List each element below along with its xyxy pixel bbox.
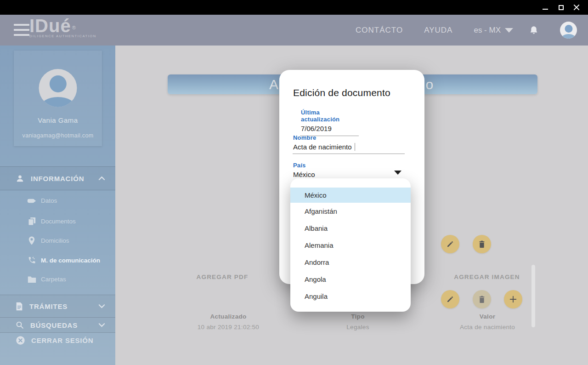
logout-label: CERRAR SESIÓN [31,336,93,344]
pencil-icon [446,240,454,248]
sidebar-section-busquedas[interactable]: BÚSQUEDAS [0,317,115,333]
field-label: País [293,162,408,169]
scrollbar-thumb[interactable] [531,265,535,327]
language-value: es - MX [474,26,501,35]
add-image-button[interactable]: AGREGAR IMAGEN [441,274,533,280]
field-label: Última actualización [301,109,352,123]
sidebar-item-carpetas[interactable]: Carpetas [27,276,66,283]
chevron-up-icon [98,176,105,181]
person-icon [16,174,24,183]
minimize-icon [543,9,548,10]
search-icon [16,321,24,329]
add-pdf-button[interactable]: AGREGAR PDF [176,274,268,280]
app-window: IDué® DILIGENCE AUTHENTICATION CONTÁCTO … [0,0,588,365]
sidebar-item-domicilios[interactable]: Domicilios [27,236,69,245]
user-avatar[interactable] [560,22,577,39]
trash-icon [478,295,486,303]
sidebar-item-documentos[interactable]: Documentos [27,217,76,226]
close-button[interactable] [569,0,584,15]
app-header: IDué® DILIGENCE AUTHENTICATION CONTÁCTO … [0,15,588,46]
nav-contacto[interactable]: CONTÁCTO [356,26,403,35]
pencil-icon [446,295,454,303]
sidebar-section-label: BÚSQUEDAS [30,321,78,329]
country-option[interactable]: Albania [290,220,411,237]
country-option[interactable]: Anguila [290,288,411,305]
profile-avatar [39,69,77,107]
profile-name: Vania Gama [14,116,102,124]
field-label: Nombre [293,134,405,141]
edit-button[interactable] [441,290,459,308]
maximize-icon [559,5,564,10]
folder-icon [27,276,37,283]
name-input[interactable]: Acta de nacimiento [293,143,405,151]
location-pin-icon [27,236,37,245]
date-input[interactable]: 7/06/2019 [301,125,352,132]
modal-title: Edición de documento [293,87,390,98]
sidebar-section-label: TRÁMITES [29,302,68,310]
sidebar-section-label: INFORMACIÓN [31,175,84,182]
minimize-button[interactable] [537,0,553,15]
phone-icon [27,256,37,264]
documents-icon [27,217,37,226]
meta-actualizado: Actualizado 10 abr 2019 21:02:50 [173,313,283,331]
maximize-button[interactable] [553,0,569,15]
country-option[interactable]: Alemania [290,237,411,254]
id-card-icon [27,198,37,204]
sidebar-section-informacion[interactable]: INFORMACIÓN [0,166,115,190]
trash-icon [478,240,486,248]
country-option-selected[interactable]: México [290,188,411,203]
field-ultima-actualizacion: Última actualización 7/06/2019 [293,109,352,136]
registered-mark: ® [72,25,76,30]
chevron-down-icon [505,28,513,33]
bell-icon [529,25,539,36]
country-select[interactable]: México [293,171,408,178]
chevron-down-icon [98,323,105,327]
field-nombre: Nombre Acta de nacimiento [293,134,405,154]
x-circle-icon [16,336,25,345]
close-icon [573,4,580,11]
logo-tagline: DILIGENCE AUTHENTICATION [29,34,96,38]
logo-text: IDué [29,16,71,36]
sidebar: Vania Gama vaniagamag@hotmail.com INFORM… [0,46,115,365]
logout-button[interactable]: CERRAR SESIÓN [16,336,93,345]
meta-valor: Valor Acta de nacimiento [432,313,543,331]
sidebar-item-comunicacion[interactable]: M. de comunicación [27,256,100,264]
edit-button[interactable] [441,235,459,253]
sidebar-section-tramites[interactable]: TRÁMITES [0,295,115,317]
country-option[interactable]: Andorra [290,254,411,271]
select-caret-icon[interactable] [394,171,401,175]
sidebar-item-datos[interactable]: Datos [27,197,57,204]
country-dropdown: México Afganistán Albania Alemania Andor… [290,178,411,312]
hamburger-menu-icon[interactable] [14,24,29,36]
country-option[interactable]: Afganistán [290,203,411,220]
field-pais: País México [293,162,408,178]
nav-ayuda[interactable]: AYUDA [424,26,452,35]
app-logo[interactable]: IDué® DILIGENCE AUTHENTICATION [29,16,96,38]
os-titlebar [0,0,588,15]
delete-button-disabled [473,290,491,308]
language-selector[interactable]: es - MX [474,26,513,35]
header-nav: CONTÁCTO AYUDA es - MX [356,15,588,46]
document-icon [16,302,23,311]
delete-button[interactable] [473,235,491,253]
chevron-down-icon [98,304,105,308]
meta-tipo: Tipo Legales [303,313,413,331]
notifications-button[interactable] [529,25,539,36]
add-button[interactable] [504,290,522,308]
country-option[interactable]: Angola [290,271,411,288]
profile-email: vaniagamag@hotmail.com [14,132,102,139]
text-cursor [355,143,355,151]
profile-card: Vania Gama vaniagamag@hotmail.com [14,51,102,146]
plus-icon [509,295,518,304]
